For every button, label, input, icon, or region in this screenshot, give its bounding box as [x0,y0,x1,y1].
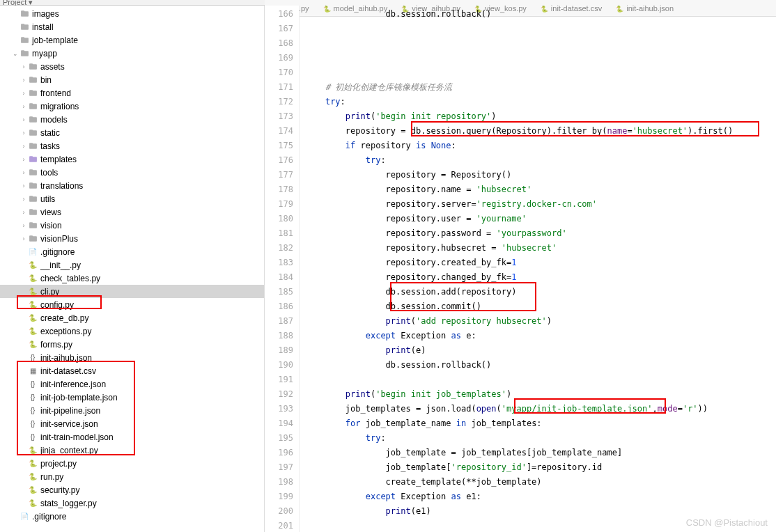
project-tree-panel[interactable]: imagesinstalljob-template⌄myapp›assets›b… [0,6,265,532]
tree-row[interactable]: 🐍run.py [0,470,264,483]
code-line[interactable]: try: [305,95,776,109]
chevron-down-icon[interactable]: ⌄ [11,50,20,57]
tree-row[interactable]: 🐍config.py [0,298,264,311]
chevron-right-icon[interactable]: › [20,130,28,136]
tree-row[interactable]: job-template [0,33,264,47]
tree-row[interactable]: ⌄myapp [0,47,264,60]
tree-row[interactable]: 🐍__init__.py [0,258,264,272]
line-number: 185 [265,285,293,299]
chevron-right-icon[interactable]: › [20,77,28,84]
tree-row[interactable]: ›templates [0,152,264,166]
tree-row[interactable]: 📄.gitignore [0,245,264,258]
code-line[interactable]: try: [305,153,776,168]
chevron-right-icon[interactable]: › [20,169,28,176]
tree-row[interactable]: 🐍check_tables.py [0,272,264,285]
code-line[interactable]: repository.hubsecret = 'hubsecret' [305,241,776,256]
tree-row[interactable]: ›vision [0,219,264,232]
chevron-right-icon[interactable]: › [20,222,28,229]
tree-row[interactable]: ›tools [0,166,264,179]
code-line[interactable]: repository.changed_by_fk=1 [305,270,776,285]
tree-row[interactable]: {}init-aihub.json [0,351,264,364]
code-line[interactable]: if repository is None: [305,139,776,153]
code-line[interactable]: # 初始化创建仓库镜像模板任务流 [305,80,776,95]
code-line[interactable]: repository = db.session.query(Repository… [305,124,776,139]
code-line[interactable]: db.session.rollback() [305,358,776,373]
code-line[interactable]: repository.user = 'yourname' [305,212,776,226]
chevron-right-icon[interactable]: › [20,235,28,242]
tree-row[interactable]: ›tasks [0,139,264,152]
chevron-right-icon[interactable]: › [20,196,28,203]
tree-row[interactable]: ▦init-dataset.csv [0,364,264,377]
code-line[interactable] [305,36,776,51]
tree-row[interactable]: 🐍cli.py [0,285,264,298]
tree-row[interactable]: 🐍forms.py [0,338,264,351]
line-number: 170 [265,65,293,80]
code-line[interactable]: print(e1) [305,504,776,519]
tree-row[interactable]: {}init-service.json [0,417,264,430]
tree-label: install [32,22,54,32]
tree-row[interactable]: ›frontend [0,86,264,100]
code-line[interactable]: print('begin init repository') [305,109,776,124]
code-line[interactable] [305,22,776,36]
code-line[interactable]: job_templates = json.load(open('myapp/in… [305,402,776,416]
code-line[interactable]: print(e) [305,343,776,358]
code-line[interactable]: print('begin init job_templates') [305,387,776,402]
code-area[interactable]: db.session.rollback() # 初始化创建仓库镜像模板任务流 t… [300,6,776,532]
tree-row[interactable]: {}init-pipeline.json [0,404,264,417]
tree-row[interactable]: 🐍jinja_context.py [0,444,264,457]
chevron-right-icon[interactable]: › [20,103,28,110]
code-line[interactable]: except Exception as e: [305,329,776,343]
tree-row[interactable]: 🐍project.py [0,457,264,470]
tree-row[interactable]: 🐍exceptions.py [0,324,264,338]
code-line[interactable]: try: [305,431,776,446]
code-line[interactable]: print('add repository hubsecret') [305,314,776,329]
tree-row[interactable]: 🐍security.py [0,483,264,496]
tree-row[interactable]: 🐍create_db.py [0,311,264,324]
chevron-right-icon[interactable]: › [20,90,28,97]
code-line[interactable]: db.session.rollback() [305,7,776,22]
code-line[interactable]: db.session.add(repository) [305,285,776,299]
code-line[interactable]: repository.password = 'yourpassword' [305,226,776,241]
tree-row[interactable]: install [0,20,264,33]
tree-row[interactable]: ›models [0,113,264,126]
tree-row[interactable]: ›translations [0,179,264,192]
code-line[interactable]: create_template(**job_template) [305,475,776,490]
chevron-right-icon[interactable]: › [20,182,28,189]
code-line[interactable]: except Exception as e1: [305,490,776,504]
code-line[interactable]: for job_template_name in job_templates: [305,416,776,431]
file-icon: 🐍 [28,327,38,336]
code-line[interactable]: repository.created_by_fk=1 [305,256,776,270]
tree-row[interactable]: {}init-inference.json [0,377,264,391]
tree-row[interactable]: ›static [0,126,264,139]
tree-row[interactable]: images [0,7,264,20]
tree-row[interactable]: ›views [0,205,264,219]
code-line[interactable]: job_template = job_templates[job_templat… [305,446,776,460]
chevron-right-icon[interactable]: › [20,116,28,123]
chevron-right-icon[interactable]: › [20,156,28,163]
tree-label: create_db.py [40,313,88,323]
code-line[interactable] [305,51,776,65]
tree-row[interactable]: ›visionPlus [0,232,264,245]
tree-row[interactable]: ›migrations [0,100,264,113]
folder-icon [28,141,38,151]
code-line[interactable]: repository.server='registry.docker-cn.co… [305,197,776,212]
code-line[interactable] [305,373,776,387]
file-icon: ▦ [28,366,38,376]
tree-row[interactable]: ›utils [0,192,264,205]
tree-row[interactable]: {}init-train-model.json [0,430,264,444]
tree-row[interactable]: {}init-job-template.json [0,391,264,404]
chevron-right-icon[interactable]: › [20,63,28,70]
code-line[interactable] [305,65,776,80]
code-line[interactable]: db.session.commit() [305,299,776,314]
tree-label: models [40,115,68,125]
chevron-right-icon[interactable]: › [20,209,28,216]
code-line[interactable]: job_template['repository_id']=repository… [305,460,776,475]
chevron-right-icon[interactable]: › [20,143,28,150]
tree-row[interactable]: 📄.gitignore [0,510,264,523]
code-line[interactable]: repository = Repository() [305,168,776,182]
tree-row[interactable]: ›bin [0,73,264,86]
tree-row[interactable]: ›assets [0,60,264,73]
code-line[interactable]: repository.name = 'hubsecret' [305,182,776,197]
code-editor[interactable]: 1661671681691701711721731741751761771781… [265,6,776,532]
tree-row[interactable]: 🐍stats_logger.py [0,496,264,510]
